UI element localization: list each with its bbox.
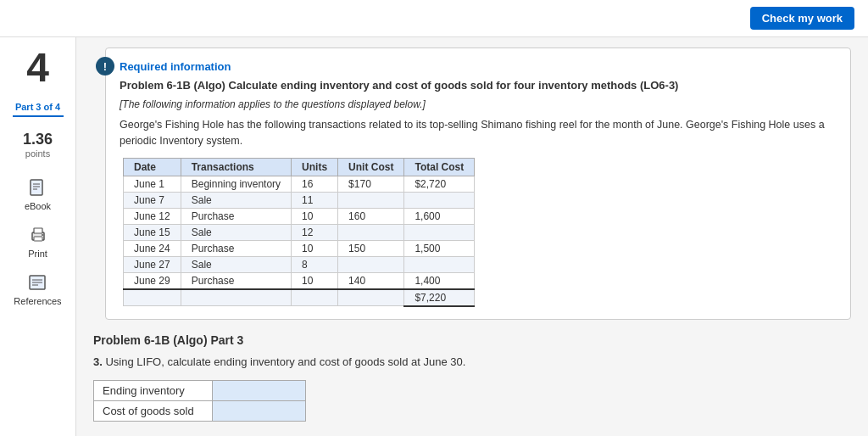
cogs-cell[interactable]: [213, 400, 306, 421]
cell-units: 10: [292, 272, 338, 289]
cell-unit-cost: $170: [338, 176, 404, 192]
cell-units: 12: [292, 224, 338, 240]
cell-total-cost: 1,400: [404, 272, 475, 289]
cell-date: June 15: [124, 224, 181, 240]
cell-total: $7,220: [404, 289, 475, 306]
ending-inventory-label: Ending inventory: [94, 380, 213, 400]
references-label: References: [14, 296, 61, 306]
cogs-input[interactable]: [213, 401, 305, 421]
cogs-label: Cost of goods sold: [94, 400, 213, 421]
references-icon: [25, 271, 49, 294]
question-number-label: 3.: [93, 355, 103, 368]
cell-total-cost: [404, 192, 475, 208]
cell-date: June 7: [124, 192, 181, 208]
ebook-icon: [25, 176, 49, 199]
question-number: 4: [26, 48, 49, 88]
problem-title: Problem 6-1B (Algo) Calculate ending inv…: [120, 78, 837, 93]
problem-italic: [The following information applies to th…: [120, 98, 837, 110]
info-icon: !: [96, 57, 114, 75]
cell-unit-cost: 140: [338, 272, 404, 289]
cell-unit-cost: 160: [338, 208, 404, 224]
cell-units: 10: [292, 208, 338, 224]
references-nav[interactable]: References: [14, 271, 61, 306]
print-nav[interactable]: Print: [26, 223, 50, 259]
problem-description: George's Fishing Hole has the following …: [120, 117, 837, 149]
cell-unit-cost: [338, 256, 404, 272]
table-row: June 15 Sale 12: [124, 224, 475, 240]
cell-transaction: Sale: [181, 192, 291, 208]
cell-date: June 29: [124, 272, 181, 289]
cell-empty: [292, 289, 338, 306]
print-icon: [26, 223, 50, 247]
table-row: June 12 Purchase 10 160 1,600: [124, 208, 475, 224]
cell-date: June 1: [124, 176, 181, 192]
table-row: June 7 Sale 11: [124, 192, 475, 208]
cell-date: June 24: [124, 240, 181, 256]
cell-total-cost: $2,720: [404, 176, 475, 192]
ebook-nav[interactable]: eBook: [25, 176, 51, 211]
cell-unit-cost: 150: [338, 240, 404, 256]
cell-date: June 12: [124, 208, 181, 224]
main-content: ! Required information Problem 6-1B (Alg…: [76, 37, 868, 436]
question-text: 3. Using LIFO, calculate ending inventor…: [93, 355, 851, 368]
svg-rect-0: [31, 180, 42, 195]
ebook-label: eBook: [25, 201, 51, 211]
top-bar: Check my work: [0, 0, 868, 37]
cell-total-cost: [404, 224, 475, 240]
cell-empty: [338, 289, 404, 306]
svg-rect-6: [34, 237, 42, 241]
cell-date: June 27: [124, 256, 181, 272]
part-underline: [13, 115, 64, 117]
cell-empty: [124, 289, 181, 306]
points-label: points: [25, 148, 50, 159]
table-row: June 29 Purchase 10 140 1,400: [124, 272, 475, 289]
cell-units: 10: [292, 240, 338, 256]
required-info-label: Required information: [120, 60, 837, 73]
cell-transaction: Sale: [181, 256, 291, 272]
col-date: Date: [124, 158, 181, 176]
cell-transaction: Purchase: [181, 240, 291, 256]
cell-transaction: Beginning inventory: [181, 176, 291, 192]
ending-inventory-cell[interactable]: [213, 380, 306, 400]
table-row: June 1 Beginning inventory 16 $170 $2,72…: [124, 176, 475, 192]
cell-units: 8: [292, 256, 338, 272]
ending-inventory-input[interactable]: [213, 381, 305, 400]
sidebar: 4 Part 3 of 4 1.36 points eBook: [0, 37, 76, 436]
problem-part-section: Problem 6-1B (Algo) Part 3 3. Using LIFO…: [93, 333, 851, 422]
question-body: Using LIFO, calculate ending inventory a…: [105, 355, 465, 368]
cell-unit-cost: [338, 224, 404, 240]
problem-part-title: Problem 6-1B (Algo) Part 3: [93, 333, 851, 347]
answer-table: Ending inventory Cost of goods sold: [93, 380, 306, 422]
cell-units: 16: [292, 176, 338, 192]
info-box: ! Required information Problem 6-1B (Alg…: [105, 48, 851, 320]
cell-units: 11: [292, 192, 338, 208]
svg-rect-5: [34, 228, 42, 233]
cell-empty: [181, 289, 291, 306]
svg-point-7: [42, 234, 43, 236]
cell-transaction: Sale: [181, 224, 291, 240]
table-row: June 24 Purchase 10 150 1,500: [124, 240, 475, 256]
part-label: Part 3 of 4: [15, 102, 60, 112]
answer-row-ending-inventory: Ending inventory: [94, 380, 306, 400]
cell-total-cost: 1,600: [404, 208, 475, 224]
col-unit-cost: Unit Cost: [338, 158, 404, 176]
cell-transaction: Purchase: [181, 272, 291, 289]
cell-total-cost: 1,500: [404, 240, 475, 256]
col-units: Units: [292, 158, 338, 176]
total-row: $7,220: [124, 289, 475, 306]
inventory-table: Date Transactions Units Unit Cost Total …: [123, 158, 475, 307]
main-layout: 4 Part 3 of 4 1.36 points eBook: [0, 37, 868, 436]
points-number: 1.36: [23, 131, 53, 148]
answer-row-cogs: Cost of goods sold: [94, 400, 306, 421]
print-label: Print: [28, 249, 47, 259]
cell-total-cost: [404, 256, 475, 272]
col-transactions: Transactions: [181, 158, 291, 176]
table-row: June 27 Sale 8: [124, 256, 475, 272]
check-my-work-button[interactable]: Check my work: [750, 7, 854, 30]
col-total-cost: Total Cost: [404, 158, 475, 176]
cell-transaction: Purchase: [181, 208, 291, 224]
cell-unit-cost: [338, 192, 404, 208]
